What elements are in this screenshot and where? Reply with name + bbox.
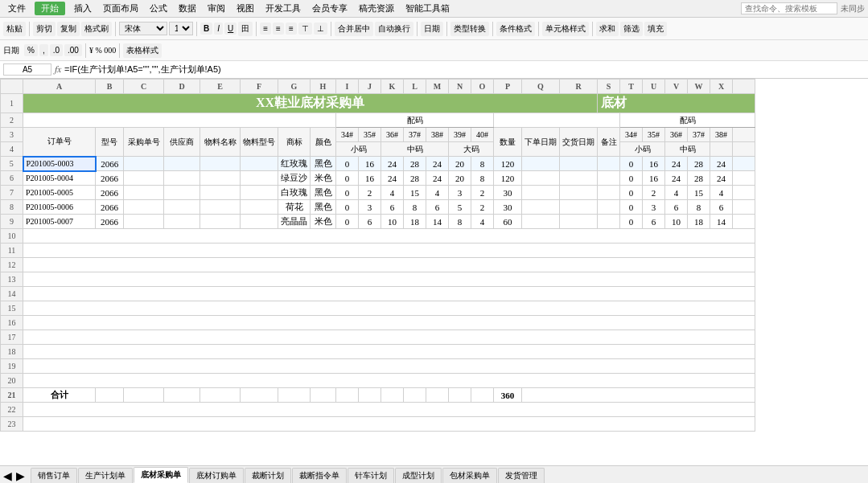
cell-reference-input[interactable]: [3, 63, 51, 76]
col-i[interactable]: I: [336, 80, 359, 94]
menu-btn-start[interactable]: 开始: [35, 2, 65, 15]
cell-w8[interactable]: 8: [688, 200, 710, 215]
cell-v6[interactable]: 24: [665, 171, 688, 186]
col-d[interactable]: D: [164, 80, 200, 94]
cell-g8[interactable]: 荷花: [278, 200, 311, 215]
cell-i5[interactable]: 0: [336, 157, 359, 171]
tab-pack-purchase[interactable]: 包材采购单: [442, 468, 497, 483]
menu-item-pagelayout[interactable]: 页面布局: [98, 1, 143, 16]
cell-h9[interactable]: 米色: [311, 215, 336, 229]
cell-e21[interactable]: [200, 388, 241, 403]
cell-b21[interactable]: [96, 388, 124, 403]
tab-nav-left[interactable]: ◀: [3, 469, 12, 483]
cell-i9[interactable]: 0: [336, 215, 359, 229]
cell-m8[interactable]: 6: [426, 200, 449, 215]
col-t[interactable]: T: [620, 80, 643, 94]
cell-o5[interactable]: 8: [471, 157, 494, 171]
cell-f6[interactable]: [241, 171, 278, 186]
menu-item-insert[interactable]: 插入: [69, 1, 97, 16]
tab-shipping[interactable]: 发货管理: [498, 468, 545, 483]
cell-k9[interactable]: 10: [381, 215, 404, 229]
col-e[interactable]: E: [200, 80, 241, 94]
col-v[interactable]: V: [665, 80, 688, 94]
tab-base-purchase[interactable]: 底材采购单: [134, 467, 188, 483]
date-format-button[interactable]: 日期: [421, 22, 443, 36]
cell-p7[interactable]: 30: [494, 186, 522, 200]
cell-k5[interactable]: 24: [381, 157, 404, 171]
cell-b6[interactable]: 2066: [96, 171, 124, 186]
col-n[interactable]: N: [449, 80, 471, 94]
menu-item-member[interactable]: 会员专享: [307, 1, 352, 16]
cell-q8[interactable]: [522, 200, 560, 215]
cell-j6[interactable]: 16: [359, 171, 381, 186]
menu-item-dev[interactable]: 开发工具: [261, 1, 306, 16]
cell-c9[interactable]: [124, 215, 164, 229]
cell-n8[interactable]: 5: [449, 200, 471, 215]
tab-production-plan[interactable]: 生产计划单: [78, 468, 133, 483]
table-style-button[interactable]: 表格样式: [123, 43, 162, 58]
cell-x7[interactable]: 4: [710, 186, 733, 200]
col-m[interactable]: M: [426, 80, 449, 94]
cell-p5[interactable]: 120: [494, 157, 522, 171]
fill-button[interactable]: 填充: [644, 22, 667, 36]
cell-g9[interactable]: 亮晶晶: [278, 215, 311, 229]
bold-button[interactable]: B: [200, 23, 212, 35]
cell-d7[interactable]: [164, 186, 200, 200]
decimal-inc-button[interactable]: .0: [50, 44, 63, 56]
cell-t7[interactable]: 0: [620, 186, 643, 200]
cell-l6[interactable]: 28: [404, 171, 426, 186]
cell-j8[interactable]: 3: [359, 200, 381, 215]
cell-m5[interactable]: 24: [426, 157, 449, 171]
underline-button[interactable]: U: [224, 23, 237, 35]
menu-item-data[interactable]: 数据: [174, 1, 201, 16]
decimal-dec-button[interactable]: .00: [64, 44, 82, 56]
col-j[interactable]: J: [359, 80, 381, 94]
cell-q6[interactable]: [522, 171, 560, 186]
cell-c8[interactable]: [124, 200, 164, 215]
cell-p8[interactable]: 30: [494, 200, 522, 215]
cell-g5[interactable]: 红玫瑰: [278, 157, 311, 171]
italic-button[interactable]: I: [214, 23, 223, 35]
col-b[interactable]: B: [96, 80, 124, 94]
copy-button[interactable]: 复制: [57, 22, 80, 36]
cell-a9[interactable]: P201005-0007: [23, 215, 96, 229]
cell-r8[interactable]: [560, 200, 598, 215]
cell-total-qty[interactable]: 360: [494, 388, 522, 403]
col-s[interactable]: S: [598, 80, 620, 94]
search-input[interactable]: [741, 2, 837, 14]
cell-extra6[interactable]: [733, 171, 755, 186]
cell-u8[interactable]: 3: [643, 200, 665, 215]
filter-button[interactable]: 筛选: [620, 22, 643, 36]
cell-s5[interactable]: [598, 157, 620, 171]
menu-item-review[interactable]: 审阅: [203, 1, 230, 16]
cell-t8[interactable]: 0: [620, 200, 643, 215]
cell-d8[interactable]: [164, 200, 200, 215]
cell-l5[interactable]: 28: [404, 157, 426, 171]
cell-j21[interactable]: [359, 388, 381, 403]
col-p[interactable]: P: [494, 80, 522, 94]
cell-c21[interactable]: [124, 388, 164, 403]
comma-button[interactable]: ,: [39, 44, 48, 56]
cell-i21[interactable]: [336, 388, 359, 403]
tab-base-order[interactable]: 底材订购单: [189, 468, 244, 483]
cell-f8[interactable]: [241, 200, 278, 215]
cell-u9[interactable]: 6: [643, 215, 665, 229]
cell-h21[interactable]: [311, 388, 336, 403]
cell-c7[interactable]: [124, 186, 164, 200]
cell-d21[interactable]: [164, 388, 200, 403]
cell-a5[interactable]: P201005-0003: [23, 157, 96, 171]
cell-o7[interactable]: 2: [471, 186, 494, 200]
border-button[interactable]: 田: [238, 22, 253, 36]
menu-item-resources[interactable]: 稿壳资源: [354, 1, 399, 16]
cut-button[interactable]: 剪切: [33, 22, 56, 36]
cell-s7[interactable]: [598, 186, 620, 200]
cell-k21[interactable]: [381, 388, 404, 403]
cell-w6[interactable]: 28: [688, 171, 710, 186]
cell-j9[interactable]: 6: [359, 215, 381, 229]
cell-w7[interactable]: 15: [688, 186, 710, 200]
cell-v9[interactable]: 10: [665, 215, 688, 229]
cell-w9[interactable]: 18: [688, 215, 710, 229]
col-g[interactable]: G: [278, 80, 311, 94]
sum-button[interactable]: 求和: [596, 22, 619, 36]
cell-c6[interactable]: [124, 171, 164, 186]
